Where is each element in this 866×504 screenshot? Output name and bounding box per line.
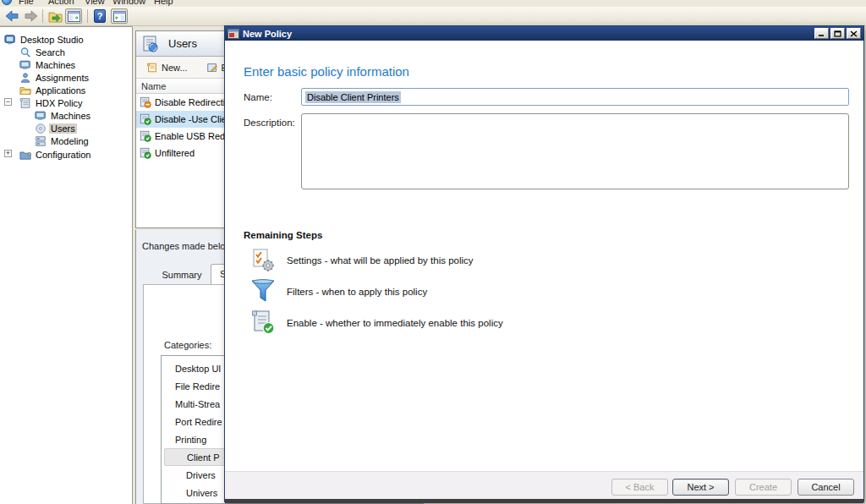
tree-item-configuration[interactable]: Configuration	[19, 148, 92, 161]
tree-item-assignments[interactable]: Assignments	[19, 71, 90, 84]
tree-item-hdx-policy[interactable]: HDX Policy	[19, 96, 85, 109]
tree-item-hdx-machines[interactable]: Machines	[35, 109, 92, 122]
create-button[interactable]: Create	[735, 479, 792, 496]
action-pane-toggle[interactable]	[111, 8, 128, 24]
app-window: File Action View Window Help	[0, 0, 866, 504]
new-policy-dialog: New Policy Enter basic policy informatio…	[224, 25, 864, 502]
tab-summary[interactable]: Summary	[155, 266, 209, 284]
policy-name: Unfiltered	[155, 148, 195, 158]
name-input[interactable]: Disable Client Printers	[301, 88, 849, 106]
category-label: File Redire	[164, 381, 220, 392]
column-header-label: Name	[141, 81, 166, 91]
tree-item-search[interactable]: Search	[19, 46, 67, 58]
menu-view[interactable]: View	[85, 0, 105, 6]
assignments-icon	[19, 72, 31, 84]
category-label: Multi-Strea	[164, 399, 220, 409]
configuration-icon	[19, 149, 31, 161]
dialog-window-icon	[227, 29, 239, 39]
toolbar-separator	[42, 9, 43, 23]
tree-item-hdx-users[interactable]: Users	[35, 122, 77, 134]
dialog-bottom-edge	[225, 499, 863, 503]
policy-icon	[19, 97, 31, 109]
menu-help[interactable]: Help	[154, 0, 173, 6]
tree-item-machines[interactable]: Machines	[19, 58, 77, 71]
close-icon	[850, 30, 858, 37]
dialog-footer: < Back Next > Create Cancel	[225, 471, 863, 499]
name-label: Name:	[244, 92, 272, 102]
tree-item-desktop-studio[interactable]: Desktop Studio	[4, 33, 85, 46]
description-label: Description:	[244, 118, 295, 128]
dialog-heading: Enter basic policy information	[244, 64, 409, 79]
minimize-button[interactable]	[814, 28, 829, 39]
collapse-expander[interactable]: −	[4, 98, 12, 106]
tree-label: Users	[49, 123, 77, 134]
tree-label: Applications	[34, 85, 87, 96]
enable-step-label: Enable - whether to immediately enable t…	[287, 318, 503, 328]
name-value-selected-text: Disable Client Printers	[305, 91, 401, 103]
minimize-icon	[818, 30, 825, 36]
policy-name: Disable Redirecti	[155, 97, 225, 107]
expand-expander[interactable]: +	[4, 150, 12, 157]
desktop-studio-icon	[4, 34, 16, 46]
menu-file[interactable]: File	[19, 0, 34, 6]
toolbar: ?	[0, 7, 866, 26]
category-label: Drivers	[164, 470, 216, 480]
edit-policy-icon	[206, 62, 218, 74]
console-tree-toggle[interactable]	[65, 8, 82, 24]
export-list-icon	[48, 10, 63, 23]
dialog-titlebar: New Policy	[225, 26, 863, 41]
maximize-button[interactable]	[830, 28, 845, 39]
changes-caption: Changes made belo	[142, 241, 225, 251]
back-button[interactable]: < Back	[611, 479, 668, 496]
help-button[interactable]: ?	[91, 8, 108, 24]
filters-step-icon	[250, 278, 276, 304]
remaining-steps-title: Remaining Steps	[244, 230, 322, 240]
applications-icon	[19, 85, 31, 96]
settings-step-icon	[250, 248, 276, 273]
forward-icon	[25, 10, 38, 22]
categories-label: Categories:	[164, 340, 211, 350]
machines-icon	[19, 59, 31, 71]
policy-name: Disable -Use Clie	[155, 114, 227, 124]
toolbar-separator	[87, 9, 88, 23]
export-list-button[interactable]	[47, 8, 63, 24]
menu-action[interactable]: Action	[48, 0, 74, 6]
policy-enabled-icon	[140, 130, 151, 142]
back-icon	[5, 10, 19, 22]
tree-label: Search	[34, 47, 67, 58]
category-label: Univers	[164, 488, 217, 498]
menu-window[interactable]: Window	[112, 0, 145, 6]
category-label: Port Redire	[164, 417, 222, 427]
action-pane-icon	[113, 11, 126, 22]
users-icon	[35, 123, 47, 134]
tree-label: Machines	[34, 60, 77, 70]
description-input[interactable]	[301, 113, 849, 189]
forward-button[interactable]	[23, 8, 40, 24]
tree-item-applications[interactable]: Applications	[19, 84, 87, 96]
tree-label: HDX Policy	[34, 98, 85, 108]
policy-enabled-icon	[140, 113, 151, 125]
panel-title: Users	[168, 37, 197, 50]
dialog-body: Enter basic policy information Name: Dis…	[225, 41, 863, 471]
maximize-icon	[834, 30, 841, 37]
next-button[interactable]: Next >	[672, 479, 729, 496]
tree-label: Machines	[49, 111, 92, 121]
tree-label: Assignments	[34, 73, 90, 83]
app-icon	[2, 0, 12, 5]
users-panel-icon	[141, 35, 160, 53]
policy-name: Enable USB Redi	[155, 131, 227, 141]
back-button[interactable]	[3, 8, 20, 24]
cancel-button[interactable]: Cancel	[797, 479, 854, 496]
new-policy-button[interactable]: New...	[143, 60, 191, 75]
category-label: Desktop UI	[164, 364, 221, 374]
settings-step-label: Settings - what will be applied by this …	[287, 255, 474, 266]
tree-label: Desktop Studio	[19, 35, 85, 45]
tree-label: Configuration	[34, 150, 92, 160]
close-button[interactable]	[847, 28, 861, 39]
tree-item-modeling[interactable]: Modeling	[35, 134, 90, 147]
dialog-title: New Policy	[243, 29, 292, 39]
console-tree-panel: Desktop Studio Search Machines Assignmen…	[0, 26, 133, 504]
machines-icon	[35, 110, 47, 122]
filters-step-label: Filters - when to apply this policy	[287, 287, 427, 297]
new-policy-icon	[146, 62, 158, 74]
